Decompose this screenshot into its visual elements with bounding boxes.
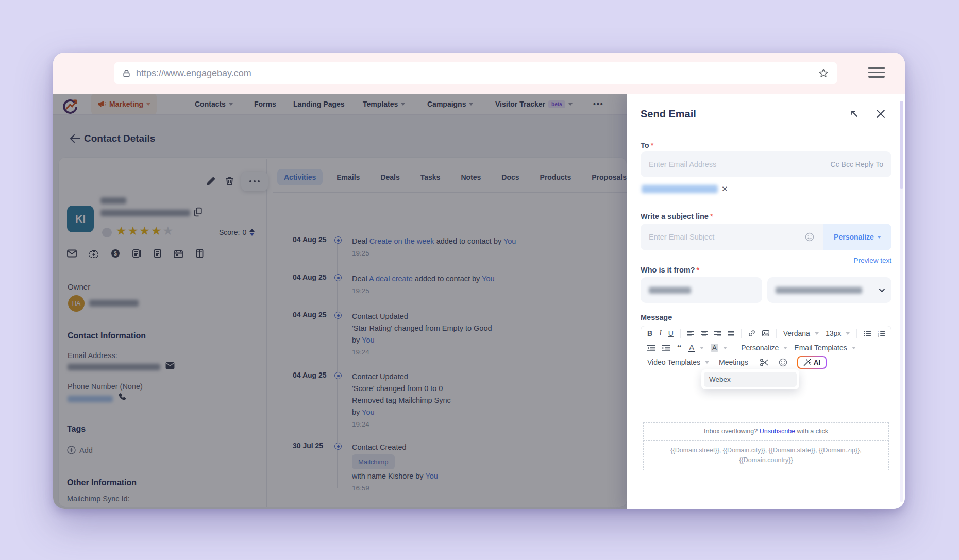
bold-icon[interactable]: B <box>647 329 652 337</box>
personalize-button[interactable]: Personalize <box>823 224 891 250</box>
url-text: https://www.engagebay.com <box>136 68 813 79</box>
to-field[interactable]: Cc Bcc Reply To <box>641 151 891 177</box>
italic-icon[interactable]: I <box>659 329 662 337</box>
insert-link-icon[interactable] <box>748 329 755 337</box>
unsubscribe-text: with a click <box>795 428 828 435</box>
align-right-icon[interactable] <box>714 330 721 337</box>
text-color-button[interactable]: A <box>688 343 704 352</box>
unsubscribe-link[interactable]: Unsubscribe <box>760 428 795 435</box>
browser-window: https://www.engagebay.com Marketing Cont… <box>53 53 905 509</box>
required-asterisk: * <box>651 141 654 149</box>
bookmark-star-icon[interactable] <box>818 67 829 79</box>
chevron-down-icon <box>879 286 885 292</box>
panel-scrollbar-thumb[interactable] <box>900 101 903 189</box>
to-label: To* <box>641 141 653 149</box>
editor-emoji-icon[interactable] <box>779 358 787 367</box>
svg-text:3: 3 <box>878 334 879 336</box>
video-templates-dropdown[interactable]: Video Templates <box>647 358 709 366</box>
ai-assistant-button[interactable]: AI <box>797 356 827 369</box>
cc-bcc-replyto[interactable]: Cc Bcc Reply To <box>831 160 883 168</box>
underline-icon[interactable]: U <box>668 329 674 337</box>
browser-menu-icon[interactable] <box>868 67 885 79</box>
preview-text-link[interactable]: Preview text <box>853 257 891 264</box>
magic-wand-icon <box>803 359 811 366</box>
meetings-menu: Webex <box>701 369 799 389</box>
from-label: Who is it from?* <box>641 266 699 274</box>
indent-icon[interactable] <box>662 345 670 351</box>
bullet-list-icon[interactable] <box>864 330 871 337</box>
outdent-icon[interactable] <box>647 345 655 351</box>
subject-field[interactable]: Personalize <box>641 224 891 250</box>
align-justify-icon[interactable] <box>728 330 734 337</box>
panel-title: Send Email <box>641 108 696 120</box>
expand-panel-icon[interactable] <box>850 109 859 118</box>
meetings-menu-item-webex[interactable]: Webex <box>704 372 797 387</box>
to-input[interactable] <box>649 160 831 168</box>
highlight-color-button[interactable]: A <box>711 344 727 352</box>
domain-address-block[interactable]: {{Domain.street}}, {{Domain.city}}, {{Do… <box>643 440 889 470</box>
domain-line-1: {{Domain.street}}, {{Domain.city}}, {{Do… <box>670 446 861 455</box>
subject-input[interactable] <box>649 233 805 241</box>
meetings-dropdown[interactable]: Meetings <box>719 358 748 366</box>
from-email-select[interactable] <box>767 277 891 303</box>
message-editor[interactable]: B I U Verdana 13px 123 <box>641 326 891 509</box>
editor-personalize-dropdown[interactable]: Personalize <box>741 344 787 352</box>
browser-chrome: https://www.engagebay.com <box>53 53 905 94</box>
snippet-scissors-icon[interactable] <box>760 359 769 366</box>
required-asterisk: * <box>697 266 700 274</box>
modal-dim-overlay <box>53 94 627 509</box>
unsubscribe-block[interactable]: Inbox overflowing? Unsubscribe with a cl… <box>643 422 889 439</box>
font-family-dropdown[interactable]: Verdana <box>783 329 819 337</box>
recipient-chip: ✕ <box>642 184 728 194</box>
close-panel-icon[interactable] <box>876 109 886 119</box>
align-center-icon[interactable] <box>701 330 708 337</box>
editor-toolbar-row-2: “ A A Personalize Email Templates <box>641 341 891 355</box>
remove-recipient-icon[interactable]: ✕ <box>721 184 728 194</box>
email-templates-dropdown[interactable]: Email Templates <box>794 344 855 352</box>
message-label: Message <box>641 313 672 321</box>
lock-icon <box>122 69 131 78</box>
font-size-dropdown[interactable]: 13px <box>826 329 850 337</box>
from-name-redacted <box>649 287 691 294</box>
from-name-select[interactable] <box>641 277 762 303</box>
blockquote-icon[interactable]: “ <box>677 345 682 350</box>
subject-label: Write a subject line* <box>641 212 713 220</box>
align-left-icon[interactable] <box>687 330 694 337</box>
editor-toolbar-row-1: B I U Verdana 13px 123 <box>641 326 891 341</box>
numbered-list-icon[interactable]: 123 <box>878 330 885 337</box>
editor-toolbar-row-3: Video Templates Meetings AI <box>641 355 891 369</box>
required-asterisk: * <box>710 212 713 220</box>
send-email-panel: Send Email To* Cc Bcc Reply To ✕ Write a… <box>627 94 905 509</box>
domain-line-2: {{Domain.country}} <box>739 455 793 465</box>
address-bar[interactable]: https://www.engagebay.com <box>114 62 837 84</box>
unsubscribe-text: Inbox overflowing? <box>704 428 760 435</box>
recipient-email-redacted <box>642 185 718 193</box>
insert-image-icon[interactable] <box>762 330 769 337</box>
from-email-redacted <box>776 287 862 294</box>
emoji-icon[interactable] <box>805 232 814 242</box>
